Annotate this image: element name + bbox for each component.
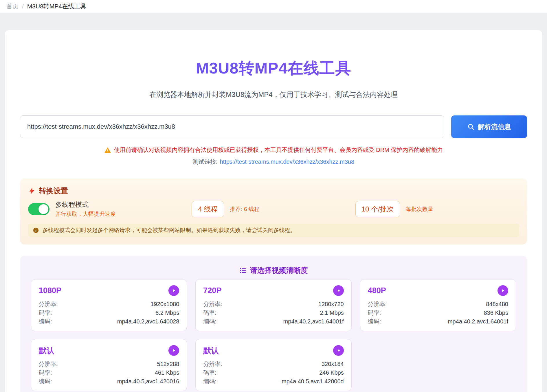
breadcrumb-current: M3U8转MP4在线工具 [27,2,86,10]
main-card: M3U8转MP4在线工具 在浏览器本地解析并封装M3U8流为MP4，仅用于技术学… [5,30,542,392]
parse-stream-button[interactable]: 解析流信息 [451,115,527,138]
card-rows: 分辨率: 512x288 码率: 461 Kbps 编码: mp4a.40.5,… [39,360,179,386]
play-icon[interactable] [168,285,179,296]
bitrate-value: 246 Kbps [319,368,344,377]
bitrate-label: 码率: [203,308,216,317]
multithread-description: 并行获取，大幅提升速度 [55,210,116,218]
multithread-toggle[interactable] [28,203,49,215]
warning-text: 使用前请确认对该视频内容拥有合法使用权或已获得授权，本工具不提供任何付费平台、会… [114,146,443,154]
search-icon [467,123,474,130]
card-rows: 分辨率: 1280x720 码率: 2.1 Mbps 编码: mp4a.40.2… [203,300,344,326]
play-icon[interactable] [498,285,508,296]
multithread-note: 多线程模式会同时发起多个网络请求，可能会被某些网站限制。如果遇到获取失败，请尝试… [28,224,519,237]
bitrate-value: 836 Kbps [484,308,508,317]
card-rows: 分辨率: 320x184 码率: 246 Kbps 编码: mp4a.40.5,… [203,360,344,386]
codec-label: 编码: [368,317,381,326]
resolution-value: 848x480 [486,300,508,308]
bitrate-value: 461 Kbps [155,368,179,377]
threads-group: 4 线程 推荐: 6 线程 [192,201,355,217]
bitrate-value: 2.1 Mbps [320,308,344,317]
play-triangle-icon [171,348,176,353]
quality-card-1080p[interactable]: 1080P 分辨率: 1920x1080 码率: 6.2 Mbps [31,279,187,331]
card-head: 720P [203,285,344,296]
play-icon[interactable] [168,345,179,356]
threads-hint: 推荐: 6 线程 [230,205,259,213]
resolution-label: 分辨率: [39,300,58,308]
quality-header: 请选择视频清晰度 [31,266,516,275]
codec-row: 编码: mp4a.40.2,avc1.640028 [39,317,179,326]
threads-input[interactable]: 4 线程 [192,201,224,217]
quality-name: 1080P [39,286,61,295]
resolution-row: 分辨率: 512x288 [39,360,179,368]
bitrate-label: 码率: [203,368,216,377]
codec-value: mp4a.40.2,avc1.640028 [117,317,179,326]
batch-input[interactable]: 10 个/批次 [355,201,400,217]
bitrate-row: 码率: 461 Kbps [39,368,179,377]
quality-card-720p[interactable]: 720P 分辨率: 1280x720 码率: 2.1 Mbps [195,279,351,331]
lightning-icon [28,187,36,195]
multithread-label: 多线程模式 [55,200,116,209]
quality-name: 480P [368,286,386,295]
resolution-row: 分辨率: 1920x1080 [39,300,179,308]
list-icon [239,267,247,274]
resolution-row: 分辨率: 848x480 [368,300,508,308]
bitrate-label: 码率: [368,308,381,317]
quality-card-480p[interactable]: 480P 分辨率: 848x480 码率: 836 Kbps 编 [360,279,516,331]
codec-row: 编码: mp4a.40.2,avc1.64001f [203,317,344,326]
codec-value: mp4a.40.5,avc1.420016 [117,377,179,386]
card-rows: 分辨率: 848x480 码率: 836 Kbps 编码: mp4a.40.2,… [368,300,508,326]
conversion-settings-panel: 转换设置 多线程模式 并行获取，大幅提升速度 4 线程 推荐: 6 线程 10 … [20,178,527,244]
settings-header: 转换设置 [28,186,519,196]
resolution-row: 分辨率: 1280x720 [203,300,344,308]
codec-row: 编码: mp4a.40.5,avc1.420016 [39,377,179,386]
settings-controls: 多线程模式 并行获取，大幅提升速度 4 线程 推荐: 6 线程 10 个/批次 … [28,200,519,218]
card-head: 480P [368,285,508,296]
bitrate-label: 码率: [39,308,52,317]
quality-card-default-320[interactable]: 默认 分辨率: 320x184 码率: 246 Kbps 编码: [195,339,351,391]
warning-triangle-icon [104,147,111,154]
bitrate-row: 码率: 2.1 Mbps [203,308,344,317]
codec-value: mp4a.40.2,avc1.64001f [283,317,344,326]
play-triangle-icon [171,288,176,293]
codec-row: 编码: mp4a.40.5,avc1.42000d [203,377,344,386]
quality-name: 720P [203,286,221,295]
codec-value: mp4a.40.2,avc1.64001f [448,317,508,326]
codec-label: 编码: [203,317,216,326]
info-icon [33,227,39,233]
test-link-row: 测试链接:https://test-streams.mux.dev/x36xhz… [20,158,527,166]
codec-label: 编码: [39,377,52,386]
legal-warning: 使用前请确认对该视频内容拥有合法使用权或已获得授权，本工具不提供任何付费平台、会… [20,146,527,154]
test-link-label: 测试链接: [193,159,218,165]
codec-label: 编码: [203,377,216,386]
page-title: M3U8转MP4在线工具 [20,58,527,79]
breadcrumb-home-link[interactable]: 首页 [6,2,19,10]
bitrate-row: 码率: 836 Kbps [368,308,508,317]
quality-name: 默认 [203,345,219,356]
play-icon[interactable] [333,285,344,296]
card-head: 1080P [39,285,179,296]
resolution-value: 1280x720 [318,300,344,308]
batch-group: 10 个/批次 每批次数量 [355,201,519,217]
resolution-value: 1920x1080 [150,300,179,308]
url-form: 解析流信息 [20,115,527,138]
quality-card-default-512[interactable]: 默认 分辨率: 512x288 码率: 461 Kbps 编码: [31,339,187,391]
card-head: 默认 [39,345,179,356]
card-head: 默认 [203,345,344,356]
bitrate-row: 码率: 246 Kbps [203,368,344,377]
toggle-knob [38,204,48,214]
bitrate-value: 6.2 Mbps [155,308,179,317]
m3u8-url-input[interactable] [20,115,444,138]
parse-button-label: 解析流信息 [478,122,511,131]
bitrate-row: 码率: 6.2 Mbps [39,308,179,317]
quality-title: 请选择视频清晰度 [250,266,308,275]
resolution-label: 分辨率: [368,300,387,308]
card-rows: 分辨率: 1920x1080 码率: 6.2 Mbps 编码: mp4a.40.… [39,300,179,326]
resolution-label: 分辨率: [39,360,58,368]
codec-row: 编码: mp4a.40.2,avc1.64001f [368,317,508,326]
test-link-url[interactable]: https://test-streams.mux.dev/x36xhzz/x36… [220,159,354,165]
resolution-label: 分辨率: [203,300,222,308]
play-triangle-icon [336,348,341,353]
quality-grid: 1080P 分辨率: 1920x1080 码率: 6.2 Mbps [31,279,516,391]
play-icon[interactable] [333,345,344,356]
multithread-labels: 多线程模式 并行获取，大幅提升速度 [55,200,116,218]
